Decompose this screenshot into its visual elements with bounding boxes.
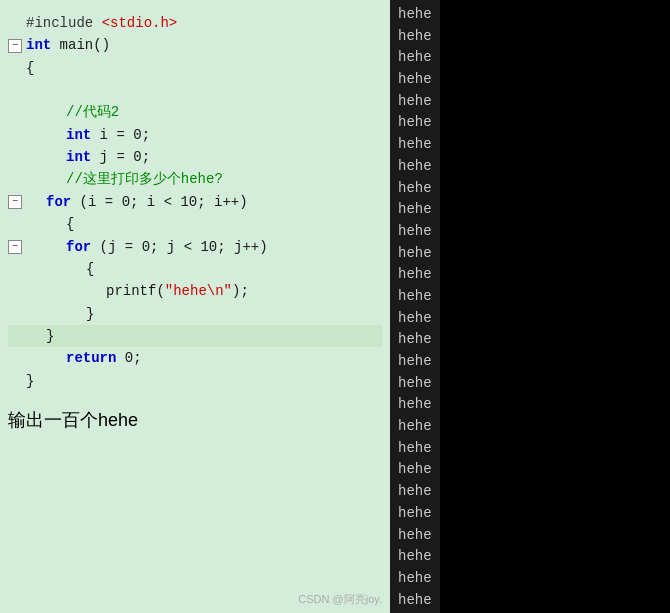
- output-line: hehe: [398, 69, 432, 91]
- left-panel: #include <stdio.h>−int main(){//代码2int i…: [0, 0, 390, 613]
- code-token: for: [46, 191, 71, 213]
- code-token: );: [232, 280, 249, 302]
- code-token: int: [66, 146, 91, 168]
- output-line: hehe: [398, 264, 432, 286]
- code-line: }: [8, 325, 382, 347]
- output-line: hehe: [398, 416, 432, 438]
- code-token: }: [26, 370, 34, 392]
- output-line: hehe: [398, 112, 432, 134]
- output-line: hehe: [398, 503, 432, 525]
- output-line: hehe: [398, 178, 432, 200]
- code-line: {: [8, 57, 382, 79]
- code-token: for: [66, 236, 91, 258]
- code-line: //这里打印多少个hehe?: [8, 168, 382, 190]
- code-token: i = 0;: [91, 124, 150, 146]
- code-token: 0;: [116, 347, 141, 369]
- code-line: }: [8, 303, 382, 325]
- code-line: //代码2: [8, 101, 382, 123]
- output-line: hehe: [398, 546, 432, 568]
- code-line: −int main(): [8, 34, 382, 56]
- code-token: //代码2: [66, 101, 119, 123]
- code-token: }: [86, 303, 94, 325]
- output-line: hehe: [398, 373, 432, 395]
- output-line: hehe: [398, 525, 432, 547]
- code-token: printf(: [106, 280, 165, 302]
- code-line: [8, 79, 382, 101]
- output-line: hehe: [398, 156, 432, 178]
- output-line: hehe: [398, 308, 432, 330]
- code-line: }: [8, 370, 382, 392]
- code-token: <stdio.h>: [102, 12, 178, 34]
- code-line: printf("hehe\n");: [8, 280, 382, 302]
- bottom-text: 输出一百个hehe: [0, 392, 390, 440]
- code-token: (j = 0; j < 10; j++): [91, 236, 267, 258]
- collapse-button[interactable]: −: [8, 195, 22, 209]
- output-line: hehe: [398, 286, 432, 308]
- output-line: hehe: [398, 568, 432, 590]
- code-line: −for (i = 0; i < 10; i++): [8, 191, 382, 213]
- collapse-button[interactable]: −: [8, 39, 22, 53]
- code-line: int i = 0;: [8, 124, 382, 146]
- code-line: {: [8, 258, 382, 280]
- collapse-button[interactable]: −: [8, 240, 22, 254]
- output-line: hehe: [398, 459, 432, 481]
- code-token: int: [26, 34, 51, 56]
- output-line: hehe: [398, 134, 432, 156]
- code-area: #include <stdio.h>−int main(){//代码2int i…: [0, 8, 390, 392]
- output-line: hehe: [398, 243, 432, 265]
- code-token: {: [86, 258, 94, 280]
- code-token: {: [26, 57, 34, 79]
- output-line: hehe: [398, 4, 432, 26]
- code-token: int: [66, 124, 91, 146]
- code-line: return 0;: [8, 347, 382, 369]
- code-line: #include <stdio.h>: [8, 12, 382, 34]
- code-token: main(): [51, 34, 110, 56]
- right-panel: hehehehehehehehehehehehehehehehehehehehe…: [390, 0, 670, 613]
- code-token: }: [46, 325, 54, 347]
- output-line: hehe: [398, 221, 432, 243]
- output-line: hehe: [398, 47, 432, 69]
- code-token: "hehe\n": [165, 280, 232, 302]
- output-line: hehe: [398, 438, 432, 460]
- code-token: j = 0;: [91, 146, 150, 168]
- code-token: #include: [26, 12, 102, 34]
- output-line: hehe: [398, 351, 432, 373]
- code-token: return: [66, 347, 116, 369]
- output-line: hehe: [398, 590, 432, 612]
- output-line: hehe: [398, 199, 432, 221]
- output-line: hehe: [398, 91, 432, 113]
- code-token: (i = 0; i < 10; i++): [71, 191, 247, 213]
- code-line: int j = 0;: [8, 146, 382, 168]
- code-token: {: [66, 213, 74, 235]
- watermark: CSDN @阿亮joy.: [298, 592, 382, 607]
- code-line: −for (j = 0; j < 10; j++): [8, 236, 382, 258]
- output-line: hehe: [398, 26, 432, 48]
- output-line: hehe: [398, 481, 432, 503]
- right-text-col: hehehehehehehehehehehehehehehehehehehehe…: [390, 0, 440, 613]
- output-line: hehe: [398, 394, 432, 416]
- right-black-col: [440, 0, 670, 613]
- output-line: hehe: [398, 329, 432, 351]
- code-token: //这里打印多少个hehe?: [66, 168, 223, 190]
- code-line: {: [8, 213, 382, 235]
